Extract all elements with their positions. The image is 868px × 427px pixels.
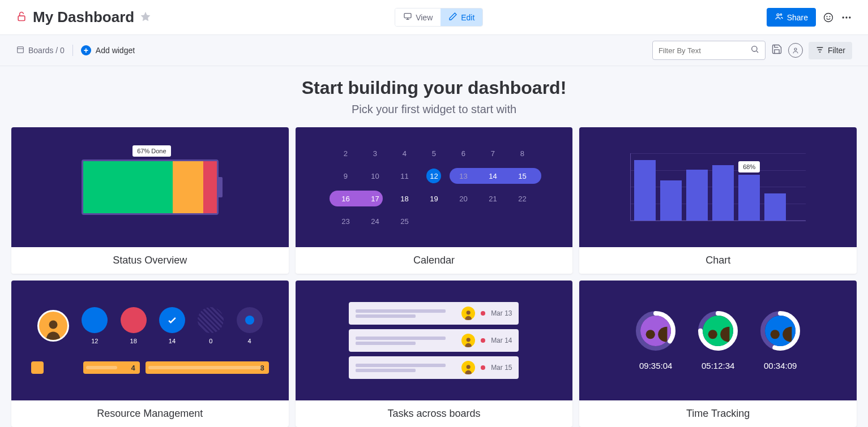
- calendar-day: 4: [393, 146, 416, 161]
- view-label: View: [416, 13, 433, 22]
- main-content: Start building your dashboard! Pick your…: [0, 66, 868, 427]
- calendar-day: 22: [511, 191, 533, 206]
- time-tracking-list: 09:35:04 05:12:34 00:34:09: [636, 311, 800, 370]
- svg-point-12: [794, 48, 797, 50]
- svg-point-16: [467, 365, 471, 369]
- share-label: Share: [787, 13, 808, 22]
- widget-title: Chart: [579, 247, 857, 274]
- filter-text-field[interactable]: [659, 46, 746, 55]
- smiley-icon[interactable]: [823, 12, 834, 23]
- calendar-day: 24: [364, 214, 386, 228]
- people-icon: [775, 12, 784, 23]
- calendar-day: 2: [334, 146, 357, 161]
- time-tracking-item: 05:12:34: [698, 311, 738, 370]
- resource-count: 14: [169, 338, 176, 344]
- widget-chart[interactable]: 68% Chart: [579, 127, 857, 274]
- task-status-dot: [481, 338, 485, 343]
- svg-rect-1: [404, 14, 411, 18]
- chart-tooltip: 68%: [738, 161, 760, 172]
- widget-title: Tasks across boards: [296, 400, 573, 427]
- svg-point-5: [827, 16, 827, 16]
- time-avatar-icon: [640, 316, 671, 346]
- calendar-day: 21: [481, 191, 504, 206]
- edit-label: Edit: [461, 13, 474, 22]
- plus-circle-icon: +: [81, 45, 91, 55]
- widget-tasks[interactable]: Mar 13 Mar 14 Mar 15 Tasks across boards: [296, 281, 573, 427]
- calendar-day: 9: [334, 169, 357, 183]
- view-button[interactable]: View: [395, 8, 441, 26]
- calendar-day: 5: [422, 146, 445, 161]
- filter-icon: [815, 45, 824, 56]
- time-value: 05:12:34: [702, 361, 734, 370]
- svg-point-13: [49, 320, 57, 329]
- header: My Dashboard View Edit Share: [0, 0, 868, 35]
- widget-grid: 67% Done Status Overview 234567891011121…: [11, 127, 857, 427]
- save-icon[interactable]: [771, 44, 783, 57]
- time-tracking-item: 09:35:04: [636, 311, 675, 370]
- calendar-day: 7: [481, 146, 504, 161]
- chart-bar: [764, 193, 786, 221]
- monitor-icon: [403, 12, 412, 23]
- calendar-day: 12: [422, 169, 445, 183]
- svg-point-3: [780, 14, 782, 15]
- battery-tooltip: 67% Done: [132, 145, 170, 157]
- filter-input[interactable]: [652, 41, 766, 60]
- task-list: Mar 13 Mar 14 Mar 15: [349, 302, 519, 379]
- hero-title: Start building your dashboard!: [11, 77, 857, 98]
- pencil-icon: [448, 12, 457, 23]
- resource-count: 4: [248, 338, 251, 344]
- widget-status-overview[interactable]: 67% Done Status Overview: [11, 127, 289, 274]
- task-status-dot: [481, 311, 485, 316]
- toolbar: Boards / 0 + Add widget Filter: [0, 35, 868, 66]
- svg-point-19: [646, 330, 655, 339]
- add-widget-button[interactable]: + Add widget: [81, 45, 135, 55]
- resource-count: 18: [130, 338, 137, 344]
- calendar-day: 17: [364, 191, 386, 206]
- time-ring: [636, 311, 675, 351]
- task-item: Mar 13: [349, 302, 519, 325]
- calendar-day: 3: [364, 146, 386, 161]
- page-title: My Dashboard: [33, 8, 134, 26]
- calendar-day: 23: [334, 214, 357, 228]
- share-button[interactable]: Share: [767, 8, 816, 27]
- more-icon[interactable]: [841, 12, 852, 23]
- widget-time-tracking[interactable]: 09:35:04 05:12:34 00:34:09 Time Tracking: [579, 281, 857, 427]
- svg-point-4: [824, 13, 833, 21]
- profile-icon[interactable]: [788, 43, 803, 58]
- task-status-dot: [481, 365, 485, 370]
- chart-bar: 68%: [738, 175, 760, 221]
- boards-label: Boards / 0: [28, 46, 65, 55]
- resource-square: [31, 361, 44, 374]
- task-date: Mar 14: [491, 337, 512, 344]
- resource-circle-striped: [198, 307, 224, 333]
- widget-resource-management[interactable]: 12 18 14 0 4 4 8 Resource Management: [11, 281, 289, 427]
- chart-bar: [712, 165, 734, 221]
- resource-bar: 8: [146, 361, 269, 374]
- resource-circle-blue: [82, 307, 108, 333]
- task-lines: [356, 335, 456, 347]
- filter-button[interactable]: Filter: [809, 42, 852, 59]
- widget-calendar[interactable]: 2345678910111213141516171819202122232425…: [296, 127, 573, 274]
- calendar-day: 14: [481, 169, 504, 183]
- calendar-day: 19: [422, 191, 445, 206]
- battery-segment-done: [83, 161, 173, 213]
- chart-bar: [660, 180, 682, 221]
- bar-chart: 68%: [630, 153, 806, 221]
- divider: [72, 45, 73, 56]
- edit-button[interactable]: Edit: [441, 8, 482, 26]
- task-item: Mar 14: [349, 329, 519, 352]
- search-icon[interactable]: [750, 45, 759, 56]
- resource-content: 12 18 14 0 4 4 8: [20, 307, 280, 374]
- resource-bar: 4: [83, 361, 140, 374]
- calendar-day: 25: [393, 214, 416, 228]
- battery-chart: 67% Done: [82, 159, 219, 215]
- task-lines: [356, 362, 456, 374]
- task-item: Mar 15: [349, 356, 519, 379]
- svg-point-7: [843, 16, 844, 18]
- boards-count[interactable]: Boards / 0: [16, 45, 65, 56]
- task-avatar-icon: [461, 361, 475, 374]
- star-icon[interactable]: [140, 11, 151, 24]
- svg-point-22: [708, 330, 717, 339]
- add-widget-label: Add widget: [96, 46, 135, 55]
- hero-subtitle: Pick your first widget to start with: [11, 103, 857, 116]
